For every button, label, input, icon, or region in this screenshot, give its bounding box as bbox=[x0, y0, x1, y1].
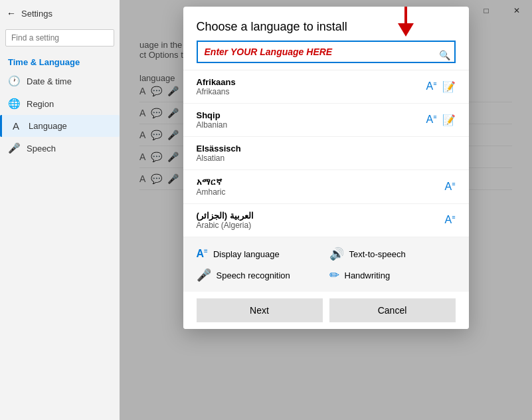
option-display-language[interactable]: A≡ Display language bbox=[197, 247, 323, 261]
lang-names-amharic: አማርኛ Amharic bbox=[197, 177, 445, 197]
sidebar-item-language-label: Language bbox=[29, 121, 67, 131]
lang-icons-arabic-algeria: A≡ bbox=[445, 214, 456, 226]
sidebar-item-region[interactable]: 🌐 Region bbox=[0, 92, 120, 115]
main-area: – □ ✕ uage in the list that ct Options t… bbox=[120, 0, 532, 420]
svg-marker-1 bbox=[398, 23, 414, 37]
lang-icons-afrikaans: A≡ 📝 bbox=[426, 80, 456, 93]
display-language-icon: A≡ bbox=[197, 247, 208, 260]
red-arrow-container bbox=[396, 7, 416, 37]
find-setting-input[interactable] bbox=[5, 29, 114, 47]
option-text-to-speech[interactable]: 🔊 Text-to-speech bbox=[329, 247, 456, 261]
lang-english-afrikaans: Afrikaans bbox=[197, 87, 426, 96]
lang-english-arabic-algeria: Arabic (Algeria) bbox=[197, 221, 445, 230]
cancel-button[interactable]: Cancel bbox=[329, 298, 456, 322]
lang-native-afrikaans: Afrikaans bbox=[197, 77, 426, 87]
language-search-input[interactable] bbox=[197, 41, 456, 63]
lang-icons-amharic: A≡ bbox=[445, 181, 456, 193]
sidebar-item-speech[interactable]: 🎤 Speech bbox=[0, 137, 120, 159]
lang-item-afrikaans[interactable]: Afrikaans Afrikaans A≡ 📝 bbox=[183, 70, 469, 104]
lang-native-albanian: Shqip bbox=[197, 110, 426, 120]
lang-english-amharic: Amharic bbox=[197, 187, 445, 197]
modal-overlay: Choose a language to install 🔍 Afrikaans… bbox=[120, 0, 532, 420]
option-speech-recognition[interactable]: 🎤 Speech recognition bbox=[197, 268, 323, 282]
lang-native-amharic: አማርኛ bbox=[197, 177, 445, 187]
sidebar-title: Settings bbox=[21, 9, 52, 19]
lang-native-alsatian: Elsässisch bbox=[197, 144, 456, 154]
lang-font-icon-afrikaans: A≡ bbox=[426, 80, 437, 93]
sidebar-section-label: Time & Language bbox=[0, 53, 120, 70]
sidebar-item-language[interactable]: A Language bbox=[0, 115, 120, 137]
modal-title: Choose a language to install bbox=[183, 7, 469, 41]
language-list: Afrikaans Afrikaans A≡ 📝 Shqip Albanian bbox=[183, 70, 469, 237]
lang-native-arabic-algeria: العربية (الجزائر) bbox=[197, 211, 445, 221]
lang-english-albanian: Albanian bbox=[197, 120, 426, 130]
sidebar-item-speech-label: Speech bbox=[27, 144, 56, 154]
sidebar-item-date-time-label: Date & time bbox=[27, 76, 72, 86]
text-to-speech-icon: 🔊 bbox=[329, 247, 344, 261]
region-icon: 🌐 bbox=[8, 98, 20, 110]
speech-icon: 🎤 bbox=[8, 142, 20, 154]
red-arrow-icon bbox=[396, 7, 416, 37]
sidebar-header: ← Settings bbox=[0, 0, 120, 27]
next-button[interactable]: Next bbox=[197, 298, 323, 322]
lang-item-amharic[interactable]: አማርኛ Amharic A≡ bbox=[183, 170, 469, 204]
modal-search-icon: 🔍 bbox=[439, 50, 450, 60]
option-speech-recognition-label: Speech recognition bbox=[217, 270, 290, 280]
modal-footer: Next Cancel bbox=[183, 292, 469, 329]
back-icon[interactable]: ← bbox=[7, 8, 16, 19]
sidebar-item-date-time[interactable]: 🕐 Date & time bbox=[0, 70, 120, 92]
lang-names-arabic-algeria: العربية (الجزائر) Arabic (Algeria) bbox=[197, 211, 445, 230]
lang-item-albanian[interactable]: Shqip Albanian A≡ 📝 bbox=[183, 104, 469, 137]
option-handwriting[interactable]: ✏ Handwriting bbox=[329, 268, 456, 282]
lang-names-afrikaans: Afrikaans Afrikaans bbox=[197, 77, 426, 96]
language-icon: A bbox=[10, 120, 22, 132]
lang-font-icon-amharic: A≡ bbox=[445, 181, 456, 193]
lang-item-arabic-algeria[interactable]: العربية (الجزائر) Arabic (Algeria) A≡ bbox=[183, 204, 469, 237]
modal-options: A≡ Display language 🔊 Text-to-speech 🎤 S… bbox=[183, 237, 469, 292]
language-install-modal: Choose a language to install 🔍 Afrikaans… bbox=[183, 7, 469, 329]
lang-icons-albanian: A≡ 📝 bbox=[426, 114, 456, 126]
lang-handwriting-icon-afrikaans: 📝 bbox=[442, 80, 456, 93]
handwriting-icon: ✏ bbox=[329, 268, 339, 282]
sidebar: ← Settings Time & Language 🕐 Date & time… bbox=[0, 0, 120, 420]
modal-title-area: Choose a language to install bbox=[183, 7, 469, 41]
date-time-icon: 🕐 bbox=[8, 75, 20, 87]
option-display-language-label: Display language bbox=[213, 249, 280, 259]
modal-search-row: 🔍 bbox=[183, 41, 469, 70]
lang-names-albanian: Shqip Albanian bbox=[197, 110, 426, 130]
lang-english-alsatian: Alsatian bbox=[197, 154, 456, 163]
speech-recognition-icon: 🎤 bbox=[197, 268, 211, 282]
lang-item-alsatian[interactable]: Elsässisch Alsatian bbox=[183, 137, 469, 170]
sidebar-search-container bbox=[5, 29, 114, 47]
lang-names-alsatian: Elsässisch Alsatian bbox=[197, 144, 456, 163]
option-handwriting-label: Handwriting bbox=[345, 270, 391, 280]
lang-font-icon-arabic-algeria: A≡ bbox=[445, 214, 456, 226]
lang-handwriting-icon-albanian: 📝 bbox=[442, 114, 456, 126]
sidebar-item-region-label: Region bbox=[27, 99, 54, 109]
option-text-to-speech-label: Text-to-speech bbox=[349, 249, 406, 259]
lang-font-icon-albanian: A≡ bbox=[426, 114, 437, 126]
